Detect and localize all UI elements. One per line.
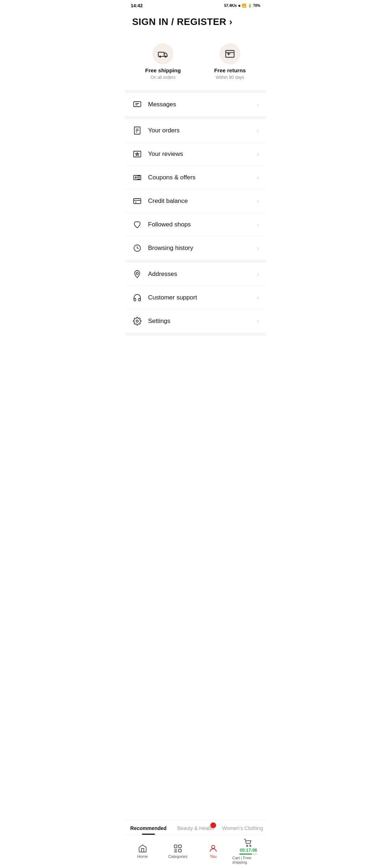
clock-icon [132, 243, 142, 253]
benefit-free-returns: Free returns Within 90 days [214, 43, 246, 80]
return-icon [225, 49, 235, 59]
coupons-label: Coupons & offers [148, 174, 257, 181]
chat-icon [132, 99, 142, 110]
shipping-icon-wrap [152, 43, 173, 64]
orders-arrow: › [257, 127, 259, 135]
svg-rect-16 [134, 199, 141, 204]
account-section: Your orders › Your reviews › [125, 119, 266, 263]
menu-item-orders[interactable]: Your orders › [125, 119, 266, 142]
benefit-free-shipping: Free shipping On all orders [145, 43, 181, 80]
benefits-row: Free shipping On all orders Free returns… [125, 36, 266, 93]
support-label: Customer support [148, 294, 257, 301]
coupons-arrow: › [257, 174, 259, 182]
svg-point-12 [135, 177, 136, 178]
shipping-title: Free shipping [145, 67, 181, 73]
reviews-arrow: › [257, 150, 259, 158]
headphone-icon [132, 293, 142, 303]
addresses-label: Addresses [148, 271, 257, 278]
menu-item-followed[interactable]: Followed shops › [125, 213, 266, 237]
svg-rect-5 [134, 102, 141, 107]
location-icon [132, 269, 142, 279]
coupon-icon [132, 173, 142, 183]
addresses-arrow: › [257, 271, 259, 278]
svg-point-20 [136, 272, 138, 275]
svg-point-21 [136, 320, 138, 322]
menu-item-coupons[interactable]: Coupons & offers › [125, 166, 266, 190]
settings-label: Settings [148, 318, 257, 325]
menu-item-support[interactable]: Customer support › [125, 286, 266, 310]
menu-item-reviews[interactable]: Your reviews › [125, 142, 266, 166]
orders-label: Your orders [148, 127, 257, 134]
credit-label: Credit balance [148, 197, 257, 205]
messages-arrow: › [257, 101, 259, 109]
reviews-icon [132, 149, 142, 159]
status-time: 14:42 [131, 3, 143, 8]
messages-label: Messages [148, 101, 257, 108]
settings-arrow: › [257, 318, 259, 325]
bluetooth-icon: ⎈ [238, 4, 240, 8]
truck-icon [158, 49, 168, 59]
sign-in-link[interactable]: SIGN IN / REGISTER › [132, 16, 232, 27]
menu-item-credit[interactable]: Credit balance › [125, 190, 266, 213]
settings-icon [132, 316, 142, 326]
followed-label: Followed shops [148, 221, 257, 228]
returns-icon-wrap [219, 43, 240, 64]
messages-section: Messages › [125, 93, 266, 119]
orders-icon [132, 125, 142, 136]
status-speed: 57.4K/s [224, 4, 237, 8]
menu-item-addresses[interactable]: Addresses › [125, 263, 266, 286]
returns-title: Free returns [214, 67, 246, 73]
shipping-subtitle: On all orders [151, 75, 176, 80]
credit-arrow: › [257, 197, 259, 205]
wifi-icon: 📶 [242, 4, 246, 8]
menu-item-browsing[interactable]: Browsing history › [125, 237, 266, 260]
status-bar: 14:42 57.4K/s ⎈ 📶 🔋 70% [125, 0, 266, 10]
browsing-label: Browsing history [148, 244, 257, 252]
svg-rect-0 [158, 52, 164, 56]
credit-icon [132, 196, 142, 206]
battery-icon: 🔋 70% [248, 4, 260, 8]
followed-arrow: › [257, 221, 259, 229]
sign-in-section: SIGN IN / REGISTER › [125, 10, 266, 36]
heart-icon [132, 220, 142, 230]
menu-item-messages[interactable]: Messages › [125, 93, 266, 116]
settings-section: Addresses › Customer support › [125, 263, 266, 336]
reviews-label: Your reviews [148, 150, 257, 158]
support-arrow: › [257, 294, 259, 302]
browsing-arrow: › [257, 244, 259, 252]
menu-item-settings[interactable]: Settings › [125, 310, 266, 333]
status-icons: 57.4K/s ⎈ 📶 🔋 70% [224, 4, 260, 8]
returns-subtitle: Within 90 days [216, 75, 244, 80]
